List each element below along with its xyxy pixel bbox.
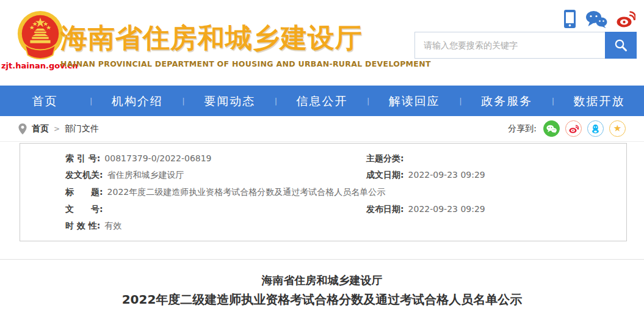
nav-item-services[interactable]: 政务服务 [462,86,552,116]
breadcrumb-separator: > [54,125,60,133]
meta-document-number: 文 号: [20,204,361,215]
nav-item-about[interactable]: 机构介绍 [92,86,182,116]
share-toolbar: 分享到: [508,120,626,137]
wechat-share-icon[interactable] [543,120,560,137]
star-icon: ★ [613,124,621,133]
site-title-chinese: 海南省住房和城乡建设厅 [60,22,431,54]
breadcrumb-home-link[interactable]: 首页 [32,123,49,134]
weibo-share-icon[interactable] [565,120,582,137]
site-url: zjt.hainan.gov.cn [1,61,65,70]
header-quick-links [563,10,635,28]
document-title-line2: 2022年度二级建造师执业资格考试合格分数及通过考试合格人员名单公示 [0,289,644,310]
document-title-block: 海南省住房和城乡建设厅 2022年度二级建造师执业资格考试合格分数及通过考试合格… [0,272,644,310]
meta-written-date: 成文日期:2022-09-23 09:29 [361,170,626,181]
search-bar [414,32,637,59]
share-label: 分享到: [508,123,537,134]
meta-topic-category: 主题分类: [361,153,626,164]
nav-item-home[interactable]: 首页 [0,86,90,116]
meta-document-title: 标 题:2022年度二级建造师执业资格考试合格分数及通过考试合格人员名单公示 [20,187,626,198]
meta-index-number: 索 引 号:00817379-0/2022-06819 [20,153,361,164]
breadcrumb-row: 首页 > 部门文件 分享到: [0,116,644,142]
location-pin-icon [18,123,27,134]
nav-item-open-data[interactable]: 数据开放 [554,86,644,116]
document-metadata-table: 索 引 号:00817379-0/2022-06819 主题分类: 发文机关:省… [20,143,627,241]
main-nav: 首页 | 机构介绍 | 要闻动态 | 信息公开 | 解读回应 | 政务服务 | … [0,86,644,116]
qq-share-icon[interactable] [587,120,604,137]
content-divider [0,259,644,260]
search-input[interactable] [415,32,605,58]
meta-publish-date: 发布日期:2022-09-23 09:29 [361,204,626,215]
weibo-icon[interactable] [617,10,635,27]
qzone-share-icon[interactable]: ★ [609,120,626,137]
breadcrumb-current: 部门文件 [65,123,99,134]
breadcrumb: 首页 > 部门文件 [18,123,99,134]
site-header: zjt.hainan.gov.cn 海南省住房和城乡建设厅 HAINAN PRO… [0,0,644,86]
wechat-icon[interactable] [585,10,607,28]
nav-item-info-disclosure[interactable]: 信息公开 [277,86,367,116]
nav-item-interpretation[interactable]: 解读回应 [369,86,459,116]
mobile-icon[interactable] [563,10,576,28]
site-title-english: HAINAN PROVINCIAL DEPARTMENT OF HOUSING … [60,59,431,68]
site-title-block: 海南省住房和城乡建设厅 HAINAN PROVINCIAL DEPARTMENT… [60,22,431,68]
nav-item-news[interactable]: 要闻动态 [185,86,275,116]
meta-issuing-agency: 发文机关:省住房和城乡建设厅 [20,170,361,181]
search-button[interactable] [605,32,637,59]
page: zjt.hainan.gov.cn 海南省住房和城乡建设厅 HAINAN PRO… [0,0,644,322]
national-emblem-logo [15,10,65,60]
meta-validity: 时 效 性:有效 [20,221,361,232]
search-icon [613,38,628,53]
document-title-line1: 海南省住房和城乡建设厅 [0,272,644,289]
